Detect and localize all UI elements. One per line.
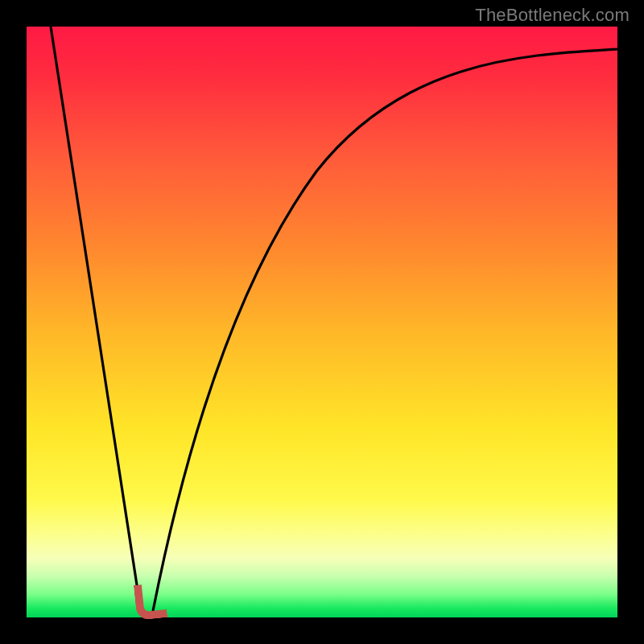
chart-frame: TheBottleneck.com: [0, 0, 644, 644]
watermark-text: TheBottleneck.com: [475, 5, 630, 26]
curve-right-branch: [153, 49, 617, 611]
curve-left-branch: [51, 27, 141, 611]
plot-area: [27, 27, 617, 617]
bottleneck-curve: [27, 27, 617, 617]
